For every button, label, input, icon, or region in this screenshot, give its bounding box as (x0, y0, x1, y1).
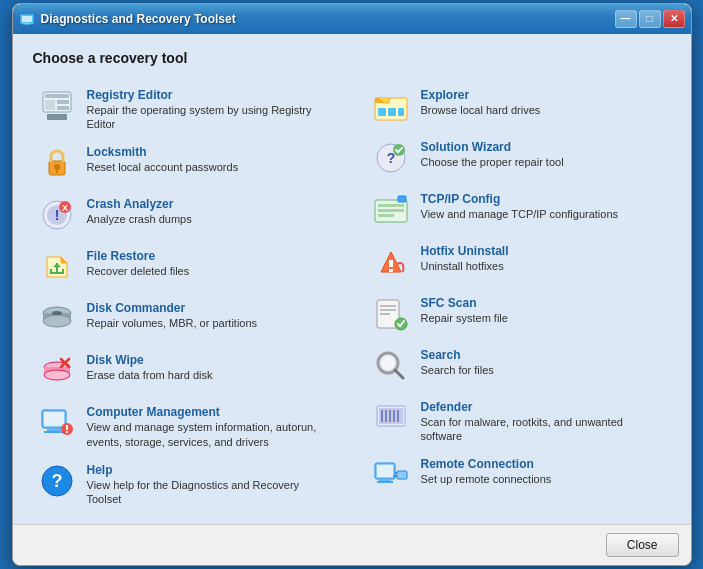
disk-commander-name[interactable]: Disk Commander (87, 301, 333, 315)
sfc-scan-name[interactable]: SFC Scan (421, 296, 667, 310)
defender-name[interactable]: Defender (421, 400, 667, 414)
tools-grid: Registry Editor Repair the operating sys… (33, 80, 671, 513)
hotfix-uninstall-name[interactable]: Hotfix Uninstall (421, 244, 667, 258)
tcpip-config-name[interactable]: TCP/IP Config (421, 192, 667, 206)
svg-rect-26 (47, 428, 61, 431)
tool-crash-analyzer[interactable]: ! X Crash Analyzer Analyze crash dumps (33, 189, 337, 241)
svg-rect-61 (377, 481, 393, 483)
search-name[interactable]: Search (421, 348, 667, 362)
help-desc: View help for the Diagnostics and Recove… (87, 478, 333, 507)
file-restore-desc: Recover deleted files (87, 264, 333, 278)
tool-disk-commander[interactable]: Disk Commander Repair volumes, MBR, or p… (33, 293, 337, 345)
tcpip-config-icon (371, 190, 411, 230)
file-restore-info: File Restore Recover deleted files (87, 247, 333, 278)
help-info: Help View help for the Diagnostics and R… (87, 461, 333, 507)
right-column: Explorer Browse local hard drives ? (367, 80, 671, 513)
registry-editor-name[interactable]: Registry Editor (87, 88, 333, 102)
svg-rect-46 (389, 260, 393, 267)
crash-analyzer-desc: Analyze crash dumps (87, 212, 333, 226)
svg-point-54 (381, 356, 395, 370)
help-name[interactable]: Help (87, 463, 333, 477)
explorer-desc: Browse local hard drives (421, 103, 667, 117)
remote-connection-icon (371, 455, 411, 495)
file-restore-icon (37, 247, 77, 287)
svg-rect-45 (398, 196, 406, 202)
tool-explorer[interactable]: Explorer Browse local hard drives (367, 80, 671, 132)
remote-connection-name[interactable]: Remote Connection (421, 457, 667, 471)
close-title-button[interactable]: ✕ (663, 10, 685, 28)
svg-rect-51 (380, 313, 390, 315)
registry-editor-info: Registry Editor Repair the operating sys… (87, 86, 333, 132)
maximize-button[interactable]: □ (639, 10, 661, 28)
svg-rect-27 (44, 431, 64, 433)
solution-wizard-name[interactable]: Solution Wizard (421, 140, 667, 154)
hotfix-uninstall-desc: Uninstall hotfixes (421, 259, 667, 273)
tcpip-config-info: TCP/IP Config View and manage TCP/IP con… (421, 190, 667, 221)
disk-wipe-icon (37, 351, 77, 391)
tool-registry-editor[interactable]: Registry Editor Repair the operating sys… (33, 80, 337, 138)
window-title: Diagnostics and Recovery Toolset (41, 12, 236, 26)
svg-text:X: X (61, 203, 67, 213)
search-info: Search Search for files (421, 346, 667, 377)
tool-help[interactable]: ? Help View help for the Diagnostics and… (33, 455, 337, 513)
explorer-info: Explorer Browse local hard drives (421, 86, 667, 117)
app-icon (19, 11, 35, 27)
svg-rect-1 (22, 16, 32, 22)
solution-wizard-icon: ? (371, 138, 411, 178)
locksmith-info: Locksmith Reset local account passwords (87, 143, 333, 174)
solution-wizard-desc: Choose the proper repair tool (421, 155, 667, 169)
tool-sfc-scan[interactable]: SFC Scan Repair system file (367, 288, 671, 340)
svg-rect-25 (44, 412, 64, 426)
svg-rect-2 (23, 23, 31, 25)
title-bar-left: Diagnostics and Recovery Toolset (19, 11, 236, 27)
tool-file-restore[interactable]: File Restore Recover deleted files (33, 241, 337, 293)
hotfix-uninstall-icon (371, 242, 411, 282)
help-icon: ? (37, 461, 77, 501)
hotfix-uninstall-info: Hotfix Uninstall Uninstall hotfixes (421, 242, 667, 273)
svg-rect-7 (57, 106, 69, 110)
svg-point-20 (52, 311, 62, 315)
explorer-name[interactable]: Explorer (421, 88, 667, 102)
disk-commander-info: Disk Commander Repair volumes, MBR, or p… (87, 299, 333, 330)
disk-wipe-name[interactable]: Disk Wipe (87, 353, 333, 367)
svg-rect-47 (389, 269, 393, 272)
svg-rect-30 (66, 431, 68, 433)
svg-rect-44 (378, 214, 394, 217)
tool-disk-wipe[interactable]: Disk Wipe Erase data from hard disk (33, 345, 337, 397)
file-restore-name[interactable]: File Restore (87, 249, 333, 263)
svg-rect-42 (378, 204, 404, 207)
computer-management-name[interactable]: Computer Management (87, 405, 333, 419)
svg-point-23 (44, 370, 70, 380)
close-button[interactable]: Close (606, 533, 679, 557)
locksmith-desc: Reset local account passwords (87, 160, 333, 174)
search-icon (371, 346, 411, 386)
footer: Close (13, 524, 691, 565)
computer-management-icon (37, 403, 77, 443)
svg-text:?: ? (51, 471, 62, 491)
main-content: Choose a recovery tool (13, 34, 691, 525)
tool-tcpip-config[interactable]: TCP/IP Config View and manage TCP/IP con… (367, 184, 671, 236)
remote-connection-desc: Set up remote connections (421, 472, 667, 486)
registry-editor-desc: Repair the operating system by using Reg… (87, 103, 333, 132)
title-buttons: — □ ✕ (615, 10, 685, 28)
tool-solution-wizard[interactable]: ? Solution Wizard Choose the proper repa… (367, 132, 671, 184)
tool-locksmith[interactable]: Locksmith Reset local account passwords (33, 137, 337, 189)
crash-analyzer-icon: ! X (37, 195, 77, 235)
minimize-button[interactable]: — (615, 10, 637, 28)
svg-rect-59 (377, 465, 393, 477)
section-heading: Choose a recovery tool (33, 50, 671, 66)
svg-rect-8 (47, 114, 67, 120)
svg-rect-29 (66, 425, 68, 430)
tool-hotfix-uninstall[interactable]: Hotfix Uninstall Uninstall hotfixes (367, 236, 671, 288)
defender-icon (371, 398, 411, 438)
tool-remote-connection[interactable]: Remote Connection Set up remote connecti… (367, 449, 671, 501)
remote-connection-info: Remote Connection Set up remote connecti… (421, 455, 667, 486)
tool-defender[interactable]: Defender Scan for malware, rootkits, and… (367, 392, 671, 450)
crash-analyzer-name[interactable]: Crash Analyzer (87, 197, 333, 211)
tool-search[interactable]: Search Search for files (367, 340, 671, 392)
tool-computer-management[interactable]: Computer Management View and manage syst… (33, 397, 337, 455)
svg-rect-60 (379, 479, 391, 481)
locksmith-name[interactable]: Locksmith (87, 145, 333, 159)
svg-rect-5 (45, 100, 55, 110)
tcpip-config-desc: View and manage TCP/IP configurations (421, 207, 667, 221)
